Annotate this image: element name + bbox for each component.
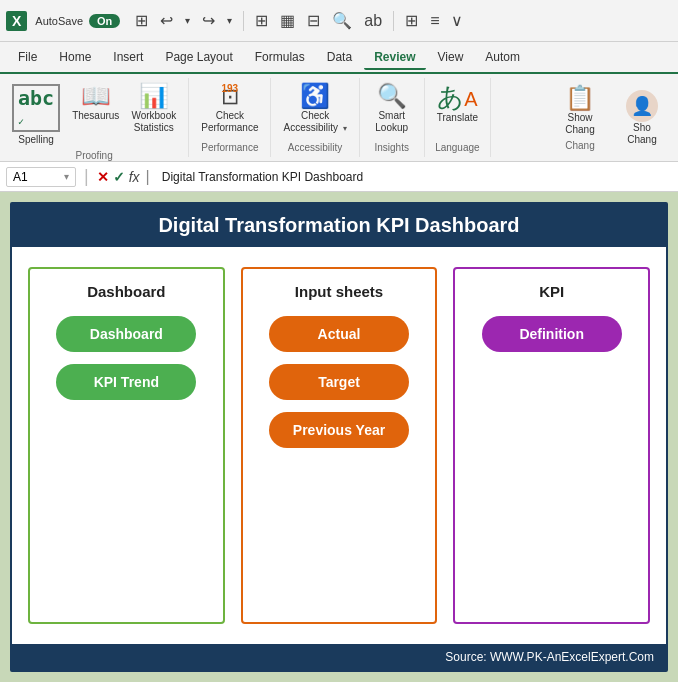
previous-year-button[interactable]: Previous Year [269,412,409,448]
check-performance-label: Check Performance [201,110,258,134]
format-icon[interactable]: ⊞ [402,9,421,32]
separator [243,11,244,31]
kpi-trend-button[interactable]: KPI Trend [56,364,196,400]
section-dashboard: Dashboard Dashboard KPI Trend [28,267,225,624]
more-dropdown-icon[interactable]: ∨ [448,9,466,32]
menu-insert[interactable]: Insert [103,46,153,68]
formula-sep1: | [82,166,91,187]
dashboard-title: Digital Transformation KPI Dashboard [12,204,666,247]
definition-button[interactable]: Definition [482,316,622,352]
formula-content: Digital Transformation KPI Dashboard [156,170,672,184]
accessibility-group-label: Accessibility [288,142,342,153]
check-accessibility-icon: ♿ [300,84,330,108]
smart-lookup-icon: 🔍 [377,84,407,108]
layout-icon[interactable]: ▦ [277,9,298,32]
show-changes-icon: 📋 [565,86,595,110]
section-kpi: KPI Definition [453,267,650,624]
target-button[interactable]: Target [269,364,409,400]
menu-page-layout[interactable]: Page Layout [155,46,242,68]
spelling-icon: abc✓ [12,84,60,132]
user-name: Sho Chang [622,122,662,146]
smart-lookup-button[interactable]: 🔍 Smart Lookup [368,82,416,136]
check-performance-icon: ⊡ 193 [221,84,239,108]
undo-dropdown-icon[interactable]: ▾ [182,13,193,28]
check-performance-button[interactable]: ⊡ 193 Check Performance [197,82,262,136]
redo-dropdown-icon[interactable]: ▾ [224,13,235,28]
section-kpi-title: KPI [539,283,564,300]
ab-icon[interactable]: ab [361,10,385,32]
autosave-label: AutoSave [35,15,83,27]
autosave-toggle[interactable]: On [89,14,120,28]
user-area: 👤 Sho Chang [614,90,670,146]
grid-icon[interactable]: ⊞ [252,9,271,32]
dashboard-wrapper: Digital Transformation KPI Dashboard Das… [10,202,668,672]
ribbon-group-proofing: abc✓ Spelling 📖 Thesaurus 📊 Workbook Sta… [0,78,189,157]
thesaurus-label: Thesaurus [72,110,119,122]
format2-icon[interactable]: ≡ [427,10,442,32]
formula-cross-icon[interactable]: ✕ [97,169,109,185]
undo-icon[interactable]: ↩ [157,9,176,32]
dashboard-button[interactable]: Dashboard [56,316,196,352]
ribbon-group-performance: ⊡ 193 Check Performance Performance [189,78,271,157]
show-changes-label: Show Chang [565,112,594,136]
redo-icon[interactable]: ↪ [199,9,218,32]
performance-group-label: Performance [201,142,258,153]
spelling-button[interactable]: abc✓ Spelling [8,82,64,148]
show-changes-button[interactable]: 📋 Show Chang [556,84,604,138]
check-accessibility-button[interactable]: ♿ CheckAccessibility ▾ [279,82,350,136]
formula-icons: ✕ ✓ fx [97,169,140,185]
formula-check-icon[interactable]: ✓ [113,169,125,185]
actual-button[interactable]: Actual [269,316,409,352]
language-group-label: Language [435,142,480,153]
name-box-chevron-icon: ▾ [64,171,69,182]
check-accessibility-label: CheckAccessibility ▾ [283,110,346,134]
proofing-group-label: Proofing [75,150,112,161]
toolbar-icons: ⊞ ↩ ▾ ↪ ▾ ⊞ ▦ ⊟ 🔍 ab ⊞ ≡ ∨ [132,9,466,32]
ribbon-group-insights: 🔍 Smart Lookup Insights [360,78,425,157]
ribbon-group-changes: 📋 Show Chang Chang 👤 Sho Chang [548,78,678,157]
filter-icon[interactable]: ⊟ [304,9,323,32]
dashboard-footer: Source: WWW.PK-AnExcelExpert.Com [12,644,666,670]
translate-button[interactable]: あA Translate [433,82,482,126]
section-dashboard-title: Dashboard [87,283,165,300]
insights-group-label: Insights [374,142,408,153]
formula-sep2: | [144,168,152,186]
accessibility-dropdown-arrow: ▾ [343,124,347,133]
workbook-stats-icon: 📊 [139,84,169,108]
formula-fx-icon[interactable]: fx [129,169,140,185]
spelling-label: Spelling [18,134,54,146]
translate-label: Translate [437,112,478,124]
menu-review[interactable]: Review [364,46,425,70]
main-content: Digital Transformation KPI Dashboard Das… [0,192,678,682]
excel-logo: X [6,11,27,31]
menu-formulas[interactable]: Formulas [245,46,315,68]
menubar: File Home Insert Page Layout Formulas Da… [0,42,678,74]
workbook-stats-button[interactable]: 📊 Workbook Statistics [127,82,180,136]
workbook-stats-label: Workbook Statistics [131,110,176,134]
menu-data[interactable]: Data [317,46,362,68]
dashboard-body: Dashboard Dashboard KPI Trend Input shee… [12,247,666,644]
section-input-title: Input sheets [295,283,383,300]
menu-view[interactable]: View [428,46,474,68]
ribbon-group-language: あA Translate Language [425,78,491,157]
smart-lookup-label: Smart Lookup [375,110,408,134]
section-input-sheets: Input sheets Actual Target Previous Year [241,267,438,624]
user-avatar: 👤 [626,90,658,122]
ribbon-group-accessibility: ♿ CheckAccessibility ▾ Accessibility [271,78,359,157]
find-icon[interactable]: 🔍 [329,9,355,32]
thesaurus-button[interactable]: 📖 Thesaurus [68,82,123,124]
table-icon[interactable]: ⊞ [132,9,151,32]
menu-file[interactable]: File [8,46,47,68]
name-box[interactable]: A1 ▾ [6,167,76,187]
ribbon: abc✓ Spelling 📖 Thesaurus 📊 Workbook Sta… [0,74,678,162]
formula-bar: A1 ▾ | ✕ ✓ fx | Digital Transformation K… [0,162,678,192]
thesaurus-icon: 📖 [81,84,111,108]
menu-automate[interactable]: Autom [475,46,530,68]
menu-home[interactable]: Home [49,46,101,68]
toolbar: X AutoSave On ⊞ ↩ ▾ ↪ ▾ ⊞ ▦ ⊟ 🔍 ab ⊞ ≡ ∨ [0,0,678,42]
translate-icon: あA [437,84,477,110]
changes-group-label: Chang [565,140,594,151]
separator2 [393,11,394,31]
